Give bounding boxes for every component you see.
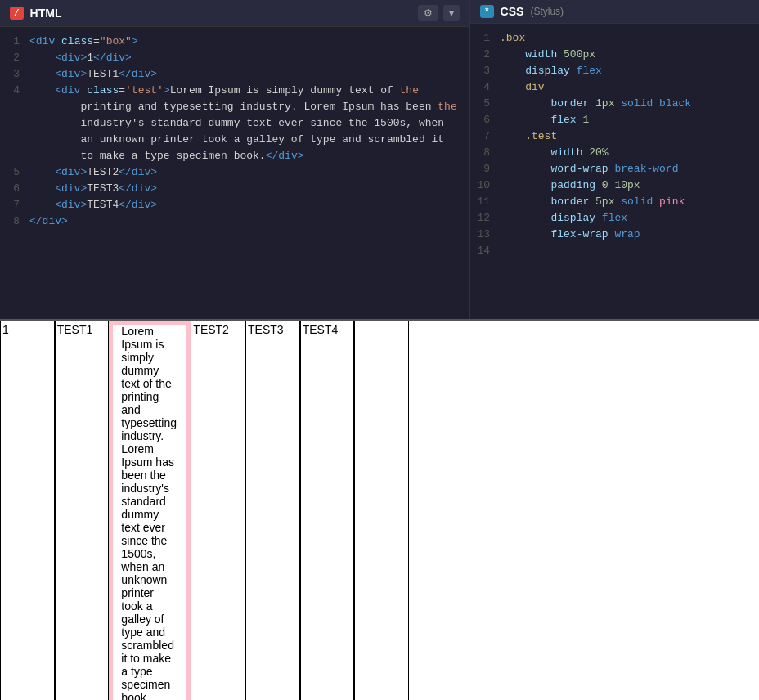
preview-div-test1: TEST1	[55, 321, 110, 700]
html-line-2: 2 <div>1</div>	[0, 50, 469, 66]
css-line-11: 11 border 5px solid pink	[470, 194, 759, 210]
preview-div-1-label: 1	[2, 323, 9, 336]
css-line-12: 12 display flex	[470, 210, 759, 227]
css-line-8: 8 width 20%	[470, 145, 759, 161]
css-tab-title: CSS	[501, 5, 524, 18]
html-line-1: 1 <div class="box">	[0, 34, 469, 50]
chevron-down-button[interactable]: ▾	[443, 5, 460, 21]
css-panel: * CSS (Stylus) 1 .box 2 width 500px 3 di…	[470, 0, 759, 319]
css-line-7: 7 .test	[470, 128, 759, 145]
html-line-3: 3 <div>TEST1</div>	[0, 66, 469, 83]
preview-div-empty	[354, 321, 409, 700]
html-panel: / HTML ⚙ ▾ 1 <div class="box"> 2 <div>1<…	[0, 0, 470, 319]
editor-area: / HTML ⚙ ▾ 1 <div class="box"> 2 <div>1<…	[0, 0, 759, 319]
html-tab-left: / HTML	[10, 7, 62, 20]
css-tab-icon: *	[480, 5, 494, 18]
html-line-5: 5 <div>TEST2</div>	[0, 164, 469, 181]
html-line-7: 7 <div>TEST4</div>	[0, 197, 469, 213]
preview-test3-label: TEST3	[248, 323, 284, 336]
html-tab-toolbar: ⚙ ▾	[418, 5, 460, 21]
css-line-10: 10 padding 0 10px	[470, 177, 759, 194]
css-code-content[interactable]: 1 .box 2 width 500px 3 display flex 4 di…	[470, 24, 759, 319]
preview-test1-label: TEST1	[57, 323, 93, 336]
preview-area: 1 TEST1 Lorem Ipsum is simply dummy text…	[0, 319, 759, 700]
css-line-2: 2 width 500px	[470, 47, 759, 63]
html-line-8: 8 </div>	[0, 213, 469, 230]
css-line-5: 5 border 1px solid black	[470, 96, 759, 112]
css-line-3: 3 display flex	[470, 63, 759, 79]
css-line-14: 14	[470, 243, 759, 259]
html-tab-icon: /	[10, 7, 24, 20]
preview-test2-label: TEST2	[193, 323, 229, 336]
html-tab: / HTML ⚙ ▾	[0, 0, 469, 27]
preview-div-test4: TEST4	[300, 321, 355, 700]
preview-div-lorem: Lorem Ipsum is simply dummy text of the …	[109, 321, 191, 700]
css-line-4: 4 div	[470, 79, 759, 96]
css-line-9: 9 word-wrap break-word	[470, 161, 759, 177]
css-line-13: 13 flex-wrap wrap	[470, 227, 759, 243]
html-tab-title: HTML	[30, 7, 62, 20]
css-tab: * CSS (Stylus)	[470, 0, 759, 24]
preview-div-test2: TEST2	[191, 321, 245, 700]
css-tab-subtitle: (Stylus)	[530, 6, 564, 17]
css-line-1: 1 .box	[470, 30, 759, 47]
box-container: 1 TEST1 Lorem Ipsum is simply dummy text…	[0, 321, 409, 700]
preview-div-1: 1	[0, 321, 55, 700]
html-line-4: 4 <div class='test'>Lorem Ipsum is simpl…	[0, 83, 469, 164]
html-line-6: 6 <div>TEST3</div>	[0, 181, 469, 197]
gear-button[interactable]: ⚙	[418, 5, 438, 21]
css-line-6: 6 flex 1	[470, 112, 759, 128]
preview-lorem-text: Lorem Ipsum is simply dummy text of the …	[121, 325, 178, 700]
html-code-content[interactable]: 1 <div class="box"> 2 <div>1</div> 3 <di…	[0, 27, 469, 319]
preview-div-test3: TEST3	[245, 321, 300, 700]
preview-test4-label: TEST4	[303, 323, 339, 336]
